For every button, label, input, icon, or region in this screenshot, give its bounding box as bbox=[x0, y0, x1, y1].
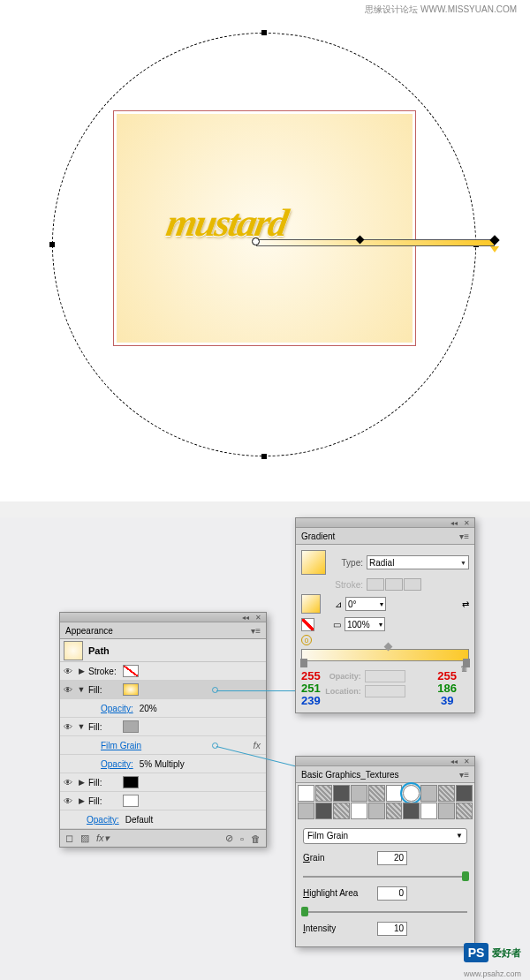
slider-handle[interactable] bbox=[462, 871, 469, 881]
panel-menu-icon[interactable]: ▾≡ bbox=[251, 626, 261, 636]
stroke-align-btn-2[interactable] bbox=[385, 578, 403, 591]
stop-opacity-input[interactable] bbox=[365, 670, 405, 682]
fill-row-3[interactable]: 👁 ▶ Fill: bbox=[60, 773, 266, 792]
stroke-align-btn-1[interactable] bbox=[367, 578, 384, 591]
stop-location-input[interactable] bbox=[365, 685, 405, 697]
close-icon[interactable]: ✕ bbox=[254, 614, 262, 622]
circle-handle-top[interactable] bbox=[261, 30, 267, 35]
gradient-stop-left[interactable] bbox=[300, 659, 307, 667]
stroke-label: Stroke: bbox=[329, 580, 363, 590]
none-swatch[interactable] bbox=[301, 618, 314, 631]
opacity-row-2[interactable]: Opacity: 5% Multiply bbox=[60, 755, 266, 773]
texture-swatch[interactable] bbox=[456, 785, 473, 802]
clear-icon[interactable]: ▨ bbox=[80, 833, 89, 844]
texture-swatch[interactable] bbox=[315, 785, 332, 802]
collapse-icon[interactable]: ◂◂ bbox=[241, 614, 249, 622]
texture-swatch[interactable] bbox=[351, 803, 367, 819]
slider-handle[interactable] bbox=[301, 907, 308, 916]
gradient-body: Type: Radial Stroke: ⊿ 0° ⇄ ▭ bbox=[296, 545, 474, 712]
reverse-gradient-icon[interactable]: ⇄ bbox=[462, 599, 469, 609]
close-icon[interactable]: ✕ bbox=[463, 758, 471, 765]
panel-tab-bar: ◂◂ ✕ bbox=[296, 757, 474, 766]
film-grain-row[interactable]: Film Grain fx bbox=[60, 736, 266, 755]
fill-swatch-white[interactable] bbox=[123, 795, 139, 807]
gradient-origin-handle[interactable] bbox=[252, 237, 260, 245]
texture-select[interactable]: Film Grain bbox=[303, 828, 467, 844]
gradient-annotator-bar[interactable] bbox=[256, 239, 495, 246]
texture-swatch[interactable] bbox=[368, 785, 385, 802]
intensity-input[interactable] bbox=[377, 922, 407, 936]
texture-swatch[interactable] bbox=[386, 803, 403, 819]
texture-swatch[interactable] bbox=[298, 785, 314, 802]
texture-swatch[interactable] bbox=[456, 803, 473, 819]
texture-swatch[interactable] bbox=[403, 803, 420, 819]
visibility-icon[interactable]: 👁 bbox=[62, 685, 74, 695]
highlight-slider[interactable] bbox=[303, 911, 467, 913]
expand-arrow-icon[interactable]: ▶ bbox=[77, 667, 86, 675]
collapse-icon[interactable]: ◂◂ bbox=[450, 758, 458, 765]
stroke-align-btn-3[interactable] bbox=[404, 578, 421, 591]
gradient-preview-swatch[interactable] bbox=[301, 550, 326, 575]
texture-swatch[interactable] bbox=[298, 803, 314, 819]
gradient-small-swatch[interactable] bbox=[301, 594, 321, 614]
opacity-location-group: Opacity: Location: bbox=[321, 670, 438, 707]
opacity-row-1[interactable]: Opacity: 20% bbox=[60, 699, 266, 718]
film-grain-link[interactable]: Film Grain bbox=[101, 741, 141, 750]
collapse-icon[interactable]: ◂◂ bbox=[450, 519, 458, 527]
stroke-swatch-none[interactable] bbox=[123, 665, 139, 677]
gradient-stop-right[interactable] bbox=[463, 659, 470, 667]
texture-swatch[interactable] bbox=[368, 803, 385, 819]
texture-swatch[interactable] bbox=[438, 785, 455, 802]
circle-handle-bottom[interactable] bbox=[261, 454, 267, 459]
grain-slider[interactable] bbox=[303, 876, 467, 878]
opacity-link[interactable]: Opacity: bbox=[101, 759, 133, 769]
texture-swatch-selected[interactable] bbox=[403, 785, 420, 802]
texture-swatch[interactable] bbox=[315, 803, 332, 819]
fx-badge[interactable]: fx bbox=[253, 740, 261, 750]
fill-swatch-grey[interactable] bbox=[123, 720, 139, 733]
circle-handle-left[interactable] bbox=[49, 242, 55, 247]
fill-row-4[interactable]: 👁 ▶ Fill: bbox=[60, 792, 266, 810]
gradient-type-select[interactable]: Radial bbox=[367, 555, 469, 569]
grain-input[interactable] bbox=[377, 851, 407, 865]
fx-menu-icon[interactable]: fx▾ bbox=[96, 833, 110, 844]
highlight-label: Highlight Area bbox=[303, 888, 372, 898]
texture-swatch[interactable] bbox=[420, 803, 437, 819]
panel-menu-icon[interactable]: ▾≡ bbox=[459, 770, 469, 780]
visibility-icon[interactable]: 👁 bbox=[62, 796, 74, 806]
collapse-arrow-icon[interactable]: ▼ bbox=[77, 685, 86, 694]
ps-logo: PS bbox=[464, 943, 488, 962]
collapse-arrow-icon[interactable]: ▼ bbox=[77, 722, 86, 731]
visibility-icon[interactable]: 👁 bbox=[62, 722, 74, 732]
highlight-input[interactable] bbox=[377, 886, 407, 901]
texture-swatch[interactable] bbox=[351, 785, 367, 802]
fill-row-2[interactable]: 👁 ▼ Fill: bbox=[60, 718, 266, 736]
new-art-icon[interactable]: ◻ bbox=[65, 833, 73, 844]
angle-input[interactable]: 0° bbox=[345, 597, 386, 611]
close-icon[interactable]: ✕ bbox=[463, 519, 471, 527]
texture-swatch[interactable] bbox=[333, 803, 350, 819]
fill-swatch-gradient[interactable] bbox=[123, 683, 139, 696]
opacity-row-default[interactable]: Opacity: Default bbox=[60, 810, 266, 829]
watermark-top: 思缘设计论坛 WWW.MISSYUAN.COM bbox=[365, 4, 517, 16]
gradient-panel: ◂◂ ✕ Gradient ▾≡ Type: Radial Stroke: bbox=[295, 517, 475, 713]
clear-appearance-icon[interactable]: ⊘ bbox=[225, 833, 233, 844]
visibility-icon[interactable]: 👁 bbox=[62, 778, 74, 788]
stroke-row[interactable]: 👁 ▶ Stroke: bbox=[60, 662, 266, 681]
opacity-link[interactable]: Opacity: bbox=[87, 815, 119, 825]
visibility-icon[interactable]: 👁 bbox=[62, 667, 74, 676]
gradient-slider[interactable] bbox=[301, 649, 469, 661]
trash-icon[interactable]: 🗑 bbox=[251, 833, 261, 844]
gradient-end-arrow[interactable] bbox=[490, 246, 499, 253]
aspect-ratio-input[interactable]: 100% bbox=[344, 617, 385, 631]
texture-swatch[interactable] bbox=[420, 785, 437, 802]
duplicate-icon[interactable]: ▫ bbox=[240, 833, 244, 844]
texture-swatch[interactable] bbox=[333, 785, 350, 802]
expand-arrow-icon[interactable]: ▶ bbox=[77, 796, 86, 805]
texture-swatch[interactable] bbox=[438, 803, 455, 819]
opacity-link[interactable]: Opacity: bbox=[101, 704, 133, 713]
fill-swatch-black[interactable] bbox=[123, 776, 139, 788]
panel-menu-icon[interactable]: ▾≡ bbox=[459, 531, 469, 541]
texture-swatch[interactable] bbox=[386, 785, 403, 802]
expand-arrow-icon[interactable]: ▶ bbox=[77, 778, 86, 787]
